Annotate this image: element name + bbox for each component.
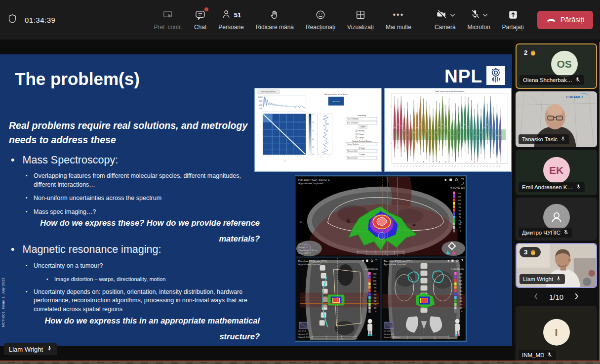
participant-tile-dmytro[interactable]: Дмитро ЧУПІС — [516, 198, 597, 241]
svg-text:Approximate: Imported: Approximate: Imported — [298, 182, 323, 185]
svg-text:Generic CT: Generic CT — [298, 333, 309, 335]
svg-text:75000: 75000 — [259, 100, 263, 102]
svg-text:50: 50 — [460, 304, 462, 306]
avatar: OS — [551, 51, 578, 78]
shield-icon — [7, 13, 18, 26]
camera-chevron-icon[interactable] — [450, 11, 455, 18]
share-screen-up-icon — [508, 9, 519, 21]
svg-text:Date Range: Date Range — [358, 115, 366, 117]
raised-hand-icon — [530, 249, 536, 255]
svg-text:% of 2400 cGy: % of 2400 cGy — [451, 268, 464, 270]
svg-text:CT: CT 1: CT: CT 1 — [384, 330, 392, 332]
raise-hand-button[interactable]: Ridicare mână — [250, 6, 299, 34]
svg-text:95: 95 — [374, 287, 376, 289]
svg-text:10: 10 — [340, 337, 343, 340]
svg-text:Input File (parameters): Input File (parameters) — [261, 91, 276, 93]
svg-text:X Graph: X Graph — [359, 147, 365, 149]
svg-text:25: 25 — [459, 227, 461, 229]
spectra-dashboard-figure: Input File (parameters) 100000 75000 500… — [254, 88, 382, 172]
svg-text:0.91455: 0.91455 — [332, 100, 340, 103]
participant-name-label: Tanasko Tasic — [519, 134, 569, 144]
leave-button[interactable]: Părăsiți — [537, 11, 593, 29]
participant-tile-emil[interactable]: EK Emil Andreasen K… — [516, 150, 597, 195]
svg-text:Maximum Value: Maximum Value — [347, 150, 358, 152]
more-button[interactable]: ••• Mai multe — [380, 6, 417, 34]
svg-text:50: 50 — [374, 304, 376, 306]
pager-next-button[interactable] — [571, 292, 582, 302]
ct-dose-figure: Plan dose: PSQA_test (CT 1) Approximate:… — [295, 175, 467, 342]
people-icon — [221, 9, 232, 21]
svg-text:105: 105 — [373, 280, 376, 282]
svg-text:0: 0 — [375, 311, 376, 313]
violin-plot-figure: log2 mean intensity distributions — [384, 88, 512, 172]
svg-text:90: 90 — [374, 290, 376, 292]
mri-subitems: Uncertainty on a tumour? Image distortio… — [34, 262, 256, 319]
svg-text:0.8: 0.8 — [312, 121, 314, 123]
participant-name-label: Emil Andreasen K… — [519, 182, 585, 192]
react-button[interactable]: Reacționați — [300, 6, 341, 34]
svg-text:70: 70 — [374, 297, 376, 299]
view-button[interactable]: Vizualizați — [342, 6, 379, 34]
shared-slide: MCT-001, Issue 1, July 2023 The problem(… — [0, 54, 512, 346]
bullet-mass-spectroscopy: •Mass Spectroscopy: — [11, 154, 118, 166]
bullet-mri: •Magnetic resonance imaging: — [11, 243, 161, 256]
svg-text:110: 110 — [373, 273, 376, 275]
participant-name-label: Olena Shcherbak… — [520, 75, 584, 85]
question-1: How do we express these? How do we provi… — [15, 215, 260, 246]
svg-text:95: 95 — [459, 206, 461, 208]
svg-text:60: 60 — [374, 300, 376, 302]
participant-tile-liam[interactable]: 3 Liam Wright — [516, 243, 597, 288]
mic-button[interactable]: Microfon — [462, 6, 496, 34]
slide-title: The problem(s) — [15, 69, 140, 89]
chat-button[interactable]: Chat — [189, 6, 212, 34]
svg-text:80: 80 — [460, 294, 462, 296]
take-control-button[interactable]: Prel. contr. — [149, 6, 188, 34]
svg-text:✓: ✓ — [356, 137, 357, 139]
svg-text:Maximum Value: Maximum Value — [347, 157, 358, 159]
share-button[interactable]: Partajați — [497, 6, 529, 34]
svg-text:CT: CT 1: CT: CT 1 — [298, 330, 306, 332]
svg-text:Plan dose: PSQA_test (CT 1): Plan dose: PSQA_test (CT 1) — [384, 260, 413, 263]
svg-text:80: 80 — [459, 213, 461, 215]
participant-tile-olena[interactable]: 2 OS Olena Shcherbak… — [516, 43, 597, 89]
person-icon — [549, 209, 564, 224]
participant-tile-inm[interactable]: I INM_MD — [516, 306, 597, 363]
mic-off-icon — [470, 9, 480, 21]
people-button[interactable]: 51 Persoane — [213, 6, 249, 34]
participant-name-label: Дмитро ЧУПІС — [519, 228, 572, 238]
mic-muted-icon — [575, 184, 581, 191]
camera-button[interactable]: Cameră — [429, 6, 461, 34]
svg-text:100000: 100000 — [258, 96, 263, 98]
svg-text:1.0: 1.0 — [312, 114, 314, 116]
slide-intro: Real problems require real solutions, an… — [9, 119, 260, 148]
mic-muted-icon — [547, 352, 553, 359]
svg-text:100: 100 — [459, 283, 462, 285]
mass-spec-subitems: Overlapping features from different mole… — [34, 172, 256, 221]
svg-text:Heatmap: Heatmap — [359, 130, 365, 132]
participant-tile-tanasko[interactable]: EURAMET Tanasko Tasic — [516, 91, 597, 147]
mic-on-icon — [560, 136, 566, 143]
svg-text:✓: ✓ — [356, 134, 357, 135]
svg-text:90: 90 — [460, 290, 462, 292]
svg-text:15: 15 — [434, 337, 436, 340]
presentation-stage: MCT-001, Issue 1, July 2023 The problem(… — [0, 40, 514, 364]
svg-text:110: 110 — [458, 193, 461, 195]
pager-prev-button[interactable] — [531, 292, 541, 302]
svg-text:105: 105 — [458, 200, 461, 202]
svg-text:80: 80 — [374, 294, 376, 296]
slide-document-id: MCT-001, Issue 1, July 2023 — [1, 278, 5, 327]
svg-text:25: 25 — [374, 307, 376, 309]
svg-text:25: 25 — [460, 307, 462, 309]
avatar: I — [543, 319, 570, 346]
screen-share-icon — [162, 9, 174, 21]
svg-text:Generic CT: Generic CT — [384, 333, 394, 335]
participant-name-label: Liam Wright — [520, 274, 565, 284]
svg-text:log2 mean intensity distributi: log2 mean intensity distributions — [435, 90, 464, 92]
svg-text:0: 0 — [461, 311, 462, 313]
svg-text:End: 17/06/2005: End: 17/06/2005 — [347, 122, 358, 124]
svg-text:Y graph: Y graph — [359, 137, 364, 139]
svg-text:CT: CT 1: CT: CT 1 — [298, 243, 306, 245]
svg-text:EURAMET: EURAMET — [566, 95, 584, 99]
presenter-name-label: Liam Wright — [4, 343, 57, 355]
mic-chevron-icon[interactable] — [482, 11, 488, 18]
